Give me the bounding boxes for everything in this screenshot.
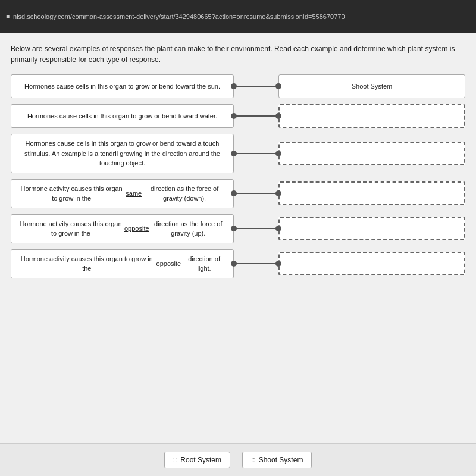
right-card-4[interactable] bbox=[278, 181, 465, 205]
drag-handle-icon-2: :: bbox=[251, 456, 255, 464]
drag-options-bar: :: Root System :: Shoot System bbox=[0, 443, 476, 476]
underline-opposite-6: opposite bbox=[156, 259, 181, 269]
connector-line-1 bbox=[234, 86, 278, 87]
url-bar: nisd.schoology.com/common-assessment-del… bbox=[13, 13, 345, 20]
underline-same: same bbox=[126, 189, 142, 199]
drag-option-shoot-system[interactable]: :: Shoot System bbox=[242, 452, 312, 468]
underline-opposite-5: opposite bbox=[124, 224, 149, 234]
connector-line-4 bbox=[234, 193, 278, 194]
match-row-2: Hormones cause cells in this organ to gr… bbox=[11, 104, 465, 128]
connector-line-5 bbox=[234, 228, 278, 229]
dot-left-4 bbox=[231, 190, 237, 196]
match-row-4: Hormone activity causes this organ to gr… bbox=[11, 179, 465, 208]
url-icon: ■ bbox=[6, 13, 10, 20]
drag-option-shoot-system-label: Shoot System bbox=[259, 456, 303, 464]
match-row-6: Hormone activity causes this organ to gr… bbox=[11, 249, 465, 278]
dot-left-2 bbox=[231, 113, 237, 119]
match-row-1: Hormones cause cells in this organ to gr… bbox=[11, 74, 465, 98]
right-card-6[interactable] bbox=[278, 252, 465, 275]
dot-right-4 bbox=[275, 190, 281, 196]
left-card-3: Hormones cause cells in this organ to gr… bbox=[11, 134, 234, 173]
right-card-1[interactable]: Shoot System bbox=[278, 74, 465, 98]
match-row-3: Hormones cause cells in this organ to gr… bbox=[11, 134, 465, 173]
dot-left-6 bbox=[231, 261, 237, 267]
dot-right-6 bbox=[275, 261, 281, 267]
dot-right-3 bbox=[275, 151, 281, 156]
matching-rows-container: Hormones cause cells in this organ to gr… bbox=[11, 74, 465, 278]
dot-right-1 bbox=[275, 83, 281, 89]
dot-right-2 bbox=[275, 113, 281, 119]
dot-right-5 bbox=[275, 226, 281, 231]
instruction-text: Below are several examples of responses … bbox=[11, 43, 465, 65]
dot-left-1 bbox=[231, 83, 237, 89]
left-card-4: Hormone activity causes this organ to gr… bbox=[11, 179, 234, 208]
right-card-3[interactable] bbox=[278, 142, 465, 165]
left-card-6: Hormone activity causes this organ to gr… bbox=[11, 249, 234, 278]
connector-line-3 bbox=[234, 153, 278, 154]
dot-left-3 bbox=[231, 151, 237, 156]
drag-option-root-system[interactable]: :: Root System bbox=[164, 452, 230, 468]
right-card-5[interactable] bbox=[278, 217, 465, 240]
browser-top-bar: ■ nisd.schoology.com/common-assessment-d… bbox=[0, 0, 476, 33]
connector-line-2 bbox=[234, 115, 278, 117]
drag-handle-icon: :: bbox=[173, 456, 177, 464]
left-card-2: Hormones cause cells in this organ to gr… bbox=[11, 104, 234, 128]
left-card-1: Hormones cause cells in this organ to gr… bbox=[11, 74, 234, 98]
match-row-5: Hormone activity causes this organ to gr… bbox=[11, 214, 465, 243]
main-content: Below are several examples of responses … bbox=[0, 33, 476, 443]
left-card-5: Hormone activity causes this organ to gr… bbox=[11, 214, 234, 243]
right-card-2[interactable] bbox=[278, 104, 465, 128]
dot-left-5 bbox=[231, 226, 237, 231]
drag-option-root-system-label: Root System bbox=[180, 456, 221, 464]
connector-line-6 bbox=[234, 263, 278, 264]
